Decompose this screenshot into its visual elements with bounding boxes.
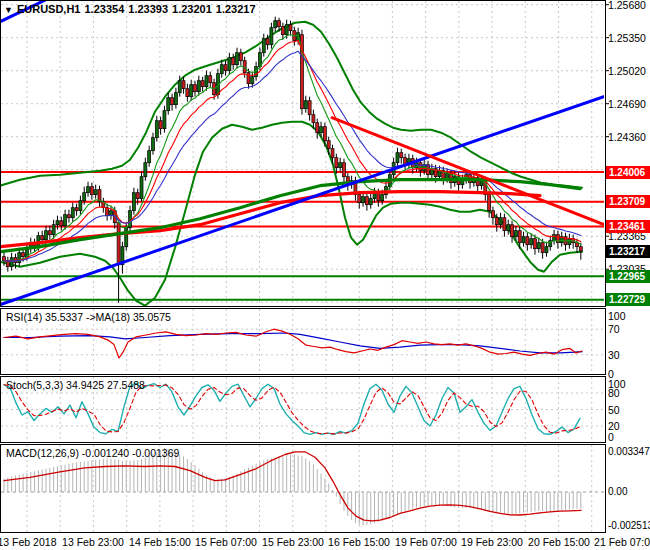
bear-candle [186,89,189,97]
bear-candle [60,221,63,226]
bull-candle [396,153,399,163]
bear-candle [358,195,361,203]
bull-candle [274,21,277,28]
bull-candle [52,225,55,235]
bear-candle [182,81,185,89]
macd-panel-border [1,445,606,533]
bull-candle [140,177,143,199]
bear-candle [117,223,120,265]
bull-candle [270,28,273,45]
bull-candle [18,253,21,263]
bull-candle [537,243,540,249]
bull-candle [83,193,86,201]
bull-candle [251,77,254,84]
bull-candle [568,239,571,245]
bull-candle [262,39,265,53]
bear-candle [90,187,93,195]
bull-candle [369,199,372,205]
bear-candle [75,208,78,211]
bull-candle [304,101,307,109]
bear-candle [266,39,269,45]
chart-canvas[interactable] [0,0,650,550]
bear-candle [14,258,17,263]
bear-candle [533,239,536,249]
bear-candle [342,163,345,177]
bull-candle [362,197,365,203]
bear-candle [400,153,403,158]
bear-candle [289,25,292,31]
bull-candle [190,85,193,97]
bull-candle [45,231,48,240]
bull-candle [285,25,288,35]
bull-candle [132,193,135,211]
bull-candle [10,258,13,267]
bear-candle [579,247,582,251]
short-blue-top-left [0,0,46,22]
bear-candle [41,236,44,240]
bull-candle [163,111,166,129]
bull-candle [320,127,323,133]
bull-candle [339,163,342,168]
bear-candle [511,225,514,237]
mt4-chart-window: ▼EURUSD,H11.233541.233931.232011.23217 R… [0,0,650,550]
bear-candle [278,21,281,27]
bear-candle [331,149,334,158]
bull-candle [381,195,384,201]
bull-candle [151,138,154,151]
bear-candle [136,193,139,199]
bull-candle [514,231,517,237]
bull-candle [148,151,151,163]
bear-candle [3,257,6,261]
bull-candle [174,93,177,105]
bear-candle [159,121,162,129]
bull-candle [56,221,59,225]
bear-candle [488,195,491,211]
bear-candle [209,76,212,83]
bear-candle [171,98,174,105]
bear-candle [491,211,494,218]
bull-candle [228,58,231,71]
bear-candle [281,27,284,35]
bull-candle [144,163,147,177]
bull-candle [236,53,239,65]
rsi-panel-border [1,309,606,375]
bear-candle [239,53,242,61]
bear-candle [224,65,227,71]
bear-candle [194,85,197,92]
bull-candle [155,121,158,138]
bull-candle [167,98,170,111]
bear-candle [495,218,498,225]
bear-candle [312,115,315,123]
bear-candle [232,58,235,65]
bull-candle [507,225,510,231]
bear-candle [518,231,521,243]
bear-candle [377,193,380,201]
bull-candle [125,228,128,247]
bear-candle [503,218,506,231]
bull-candle [178,81,181,93]
bollinger-upper-band [0,22,582,188]
bull-candle [553,235,556,241]
bear-candle [541,243,544,253]
bull-candle [197,81,200,92]
bear-candle [22,253,25,257]
bull-candle [64,215,67,226]
bear-candle [327,141,330,149]
bear-candle [67,215,70,218]
bull-candle [79,201,82,211]
bull-candle [522,237,525,243]
stoch-main-line [4,383,580,434]
bear-candle [201,81,204,87]
bear-candle [48,231,51,235]
bull-candle [205,76,208,87]
bull-candle [87,187,90,193]
bull-candle [220,65,223,74]
bull-candle [446,174,449,179]
bull-candle [545,247,548,253]
bull-candle [499,218,502,225]
bear-candle [526,237,529,245]
bear-candle [316,123,319,133]
bear-candle [335,158,338,168]
bull-candle [71,208,74,218]
bear-candle [323,127,326,141]
